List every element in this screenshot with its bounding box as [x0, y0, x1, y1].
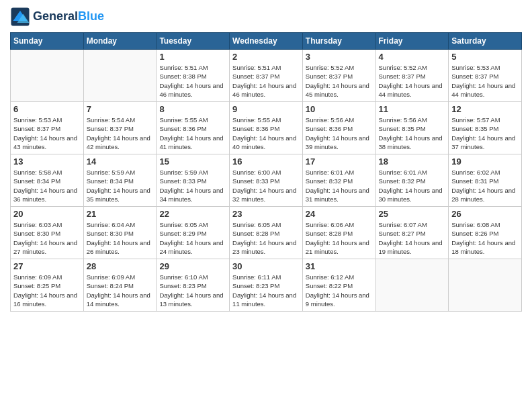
- day-number: 4: [379, 52, 446, 62]
- calendar-cell: [375, 259, 449, 312]
- calendar-cell: 21Sunrise: 6:04 AM Sunset: 8:30 PM Dayli…: [83, 207, 157, 259]
- calendar-cell: 3Sunrise: 5:52 AM Sunset: 8:37 PM Daylig…: [302, 50, 375, 102]
- calendar-cell: 25Sunrise: 6:07 AM Sunset: 8:27 PM Dayli…: [375, 207, 449, 259]
- calendar-cell: 14Sunrise: 5:59 AM Sunset: 8:34 PM Dayli…: [83, 154, 157, 207]
- calendar-cell: 30Sunrise: 6:11 AM Sunset: 8:23 PM Dayli…: [230, 259, 303, 312]
- calendar-cell: 23Sunrise: 6:05 AM Sunset: 8:28 PM Dayli…: [230, 207, 303, 259]
- day-info: Sunrise: 5:54 AM Sunset: 8:37 PM Dayligh…: [87, 116, 154, 151]
- day-number: 25: [379, 209, 446, 219]
- logo: GeneralBlue: [10, 7, 104, 27]
- calendar-cell: 2Sunrise: 5:51 AM Sunset: 8:37 PM Daylig…: [230, 50, 303, 102]
- day-info: Sunrise: 6:04 AM Sunset: 8:30 PM Dayligh…: [87, 220, 154, 256]
- weekday-header-wednesday: Wednesday: [230, 33, 303, 50]
- calendar-cell: [11, 50, 84, 102]
- day-number: 5: [451, 52, 519, 62]
- calendar-cell: 5Sunrise: 5:53 AM Sunset: 8:37 PM Daylig…: [449, 50, 522, 102]
- day-info: Sunrise: 5:51 AM Sunset: 8:38 PM Dayligh…: [159, 63, 226, 99]
- day-number: 13: [13, 156, 81, 167]
- calendar-week-row: 27Sunrise: 6:09 AM Sunset: 8:25 PM Dayli…: [11, 259, 522, 312]
- calendar-cell: [449, 259, 522, 312]
- calendar-cell: 29Sunrise: 6:10 AM Sunset: 8:23 PM Dayli…: [157, 259, 230, 312]
- weekday-header-sunday: Sunday: [11, 33, 84, 50]
- calendar-cell: 12Sunrise: 5:57 AM Sunset: 8:35 PM Dayli…: [449, 102, 522, 154]
- day-info: Sunrise: 6:08 AM Sunset: 8:26 PM Dayligh…: [451, 220, 519, 256]
- weekday-header-friday: Friday: [375, 33, 449, 50]
- day-number: 11: [379, 104, 446, 114]
- day-info: Sunrise: 6:09 AM Sunset: 8:25 PM Dayligh…: [13, 273, 81, 308]
- day-info: Sunrise: 6:11 AM Sunset: 8:23 PM Dayligh…: [232, 273, 300, 308]
- day-number: 20: [13, 209, 81, 219]
- calendar-cell: 11Sunrise: 5:56 AM Sunset: 8:35 PM Dayli…: [375, 102, 449, 154]
- calendar-week-row: 6Sunrise: 5:53 AM Sunset: 8:37 PM Daylig…: [11, 102, 522, 154]
- calendar-cell: 9Sunrise: 5:55 AM Sunset: 8:36 PM Daylig…: [230, 102, 303, 154]
- day-info: Sunrise: 5:53 AM Sunset: 8:37 PM Dayligh…: [13, 116, 81, 151]
- calendar-cell: 26Sunrise: 6:08 AM Sunset: 8:26 PM Dayli…: [449, 207, 522, 259]
- calendar-cell: 15Sunrise: 5:59 AM Sunset: 8:33 PM Dayli…: [157, 154, 230, 207]
- day-info: Sunrise: 6:05 AM Sunset: 8:29 PM Dayligh…: [159, 220, 226, 256]
- day-number: 26: [451, 209, 519, 219]
- day-number: 6: [13, 104, 81, 114]
- weekday-header-tuesday: Tuesday: [157, 33, 230, 50]
- day-info: Sunrise: 6:10 AM Sunset: 8:23 PM Dayligh…: [159, 273, 226, 308]
- calendar-cell: 1Sunrise: 5:51 AM Sunset: 8:38 PM Daylig…: [157, 50, 230, 102]
- day-info: Sunrise: 5:56 AM Sunset: 8:36 PM Dayligh…: [306, 116, 373, 151]
- day-number: 7: [87, 104, 154, 114]
- day-info: Sunrise: 6:01 AM Sunset: 8:32 PM Dayligh…: [379, 168, 446, 203]
- calendar-week-row: 13Sunrise: 5:58 AM Sunset: 8:34 PM Dayli…: [11, 154, 522, 207]
- calendar-cell: 6Sunrise: 5:53 AM Sunset: 8:37 PM Daylig…: [11, 102, 84, 154]
- calendar-cell: 20Sunrise: 6:03 AM Sunset: 8:30 PM Dayli…: [11, 207, 84, 259]
- calendar-cell: [83, 50, 157, 102]
- day-info: Sunrise: 5:58 AM Sunset: 8:34 PM Dayligh…: [13, 168, 81, 203]
- calendar-cell: 13Sunrise: 5:58 AM Sunset: 8:34 PM Dayli…: [11, 154, 84, 207]
- day-info: Sunrise: 5:56 AM Sunset: 8:35 PM Dayligh…: [379, 116, 446, 151]
- day-number: 19: [451, 156, 519, 167]
- day-number: 27: [13, 261, 81, 271]
- day-info: Sunrise: 6:00 AM Sunset: 8:33 PM Dayligh…: [232, 168, 300, 203]
- day-number: 22: [159, 209, 226, 219]
- logo-text: GeneralBlue: [33, 10, 104, 24]
- day-number: 8: [159, 104, 226, 114]
- day-info: Sunrise: 5:55 AM Sunset: 8:36 PM Dayligh…: [232, 116, 300, 151]
- day-info: Sunrise: 6:07 AM Sunset: 8:27 PM Dayligh…: [379, 220, 446, 256]
- day-info: Sunrise: 6:02 AM Sunset: 8:31 PM Dayligh…: [451, 168, 519, 203]
- calendar-table: SundayMondayTuesdayWednesdayThursdayFrid…: [10, 32, 522, 312]
- header: GeneralBlue: [10, 7, 522, 27]
- calendar-cell: 4Sunrise: 5:52 AM Sunset: 8:37 PM Daylig…: [375, 50, 449, 102]
- day-number: 15: [159, 156, 226, 167]
- page-container: GeneralBlue SundayMondayTuesdayWednesday…: [0, 0, 532, 318]
- logo-icon: [10, 7, 30, 27]
- weekday-header-saturday: Saturday: [449, 33, 522, 50]
- calendar-week-row: 20Sunrise: 6:03 AM Sunset: 8:30 PM Dayli…: [11, 207, 522, 259]
- calendar-cell: 19Sunrise: 6:02 AM Sunset: 8:31 PM Dayli…: [449, 154, 522, 207]
- day-number: 30: [232, 261, 300, 271]
- day-info: Sunrise: 6:05 AM Sunset: 8:28 PM Dayligh…: [232, 220, 300, 256]
- day-info: Sunrise: 5:51 AM Sunset: 8:37 PM Dayligh…: [232, 63, 300, 99]
- day-info: Sunrise: 6:01 AM Sunset: 8:32 PM Dayligh…: [306, 168, 373, 203]
- calendar-cell: 8Sunrise: 5:55 AM Sunset: 8:36 PM Daylig…: [157, 102, 230, 154]
- day-number: 3: [306, 52, 373, 62]
- calendar-cell: 7Sunrise: 5:54 AM Sunset: 8:37 PM Daylig…: [83, 102, 157, 154]
- calendar-cell: 24Sunrise: 6:06 AM Sunset: 8:28 PM Dayli…: [302, 207, 375, 259]
- day-number: 1: [159, 52, 226, 62]
- calendar-cell: 17Sunrise: 6:01 AM Sunset: 8:32 PM Dayli…: [302, 154, 375, 207]
- calendar-cell: 18Sunrise: 6:01 AM Sunset: 8:32 PM Dayli…: [375, 154, 449, 207]
- weekday-header-thursday: Thursday: [302, 33, 375, 50]
- day-info: Sunrise: 5:59 AM Sunset: 8:33 PM Dayligh…: [159, 168, 226, 203]
- day-number: 10: [306, 104, 373, 114]
- day-number: 12: [451, 104, 519, 114]
- day-info: Sunrise: 5:53 AM Sunset: 8:37 PM Dayligh…: [451, 63, 519, 99]
- day-info: Sunrise: 5:57 AM Sunset: 8:35 PM Dayligh…: [451, 116, 519, 151]
- day-info: Sunrise: 5:59 AM Sunset: 8:34 PM Dayligh…: [87, 168, 154, 203]
- day-number: 31: [306, 261, 373, 271]
- day-number: 28: [87, 261, 154, 271]
- day-number: 29: [159, 261, 226, 271]
- day-info: Sunrise: 6:06 AM Sunset: 8:28 PM Dayligh…: [306, 220, 373, 256]
- day-number: 21: [87, 209, 154, 219]
- day-info: Sunrise: 5:52 AM Sunset: 8:37 PM Dayligh…: [306, 63, 373, 99]
- day-number: 14: [87, 156, 154, 167]
- day-number: 24: [306, 209, 373, 219]
- calendar-cell: 16Sunrise: 6:00 AM Sunset: 8:33 PM Dayli…: [230, 154, 303, 207]
- day-number: 18: [379, 156, 446, 167]
- day-info: Sunrise: 6:03 AM Sunset: 8:30 PM Dayligh…: [13, 220, 81, 256]
- weekday-header-row: SundayMondayTuesdayWednesdayThursdayFrid…: [11, 33, 522, 50]
